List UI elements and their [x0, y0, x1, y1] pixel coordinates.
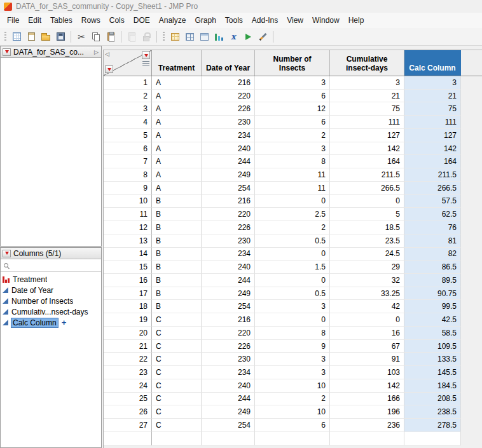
graph-bars-icon[interactable] [212, 30, 226, 44]
column-header-ins[interactable]: Number ofInsects [255, 50, 330, 76]
cell-treatment[interactable]: C [152, 419, 202, 432]
cell-calc-column[interactable]: 21 [404, 90, 461, 103]
cell-date-of-year[interactable]: 240 [202, 142, 255, 156]
formula-column-icon[interactable]: x [226, 30, 240, 44]
row-number[interactable]: 17 [104, 287, 152, 301]
cell-calc-column[interactable]: 89.5 [404, 274, 461, 287]
row-number[interactable]: 9 [104, 182, 152, 195]
cell-number-of-insects[interactable]: 0 [255, 313, 330, 327]
row-number[interactable]: 23 [104, 366, 152, 379]
cell-calc-column[interactable]: 58.5 [404, 327, 461, 340]
cell-date-of-year[interactable]: 244 [202, 274, 255, 287]
title-bar[interactable]: DATA_for_SAS_community - Copy_Sheet1 - J… [0, 0, 482, 13]
cell-calc-column[interactable]: 82 [404, 248, 461, 261]
menu-analyze[interactable]: Analyze [155, 13, 191, 27]
cell-date-of-year[interactable]: 226 [202, 340, 255, 353]
cell-treatment[interactable]: C [152, 405, 202, 419]
table-menu-button[interactable] [3, 48, 11, 56]
toolbar-grip[interactable] [163, 32, 165, 42]
cell-treatment[interactable]: A [152, 168, 202, 182]
cell-calc-column[interactable]: 184.5 [404, 379, 461, 393]
cell-date-of-year[interactable]: 254 [202, 182, 255, 195]
cell-treatment[interactable]: C [152, 327, 202, 340]
menu-view[interactable]: View [282, 13, 308, 27]
cell-number-of-insects[interactable]: 2.5 [255, 208, 330, 221]
cell-date-of-year[interactable]: 240 [202, 261, 255, 274]
cell-number-of-insects[interactable]: 0 [255, 248, 330, 261]
cell-date-of-year[interactable]: 230 [202, 234, 255, 248]
columns-list-item[interactable]: Treatment [1, 274, 101, 285]
menu-doe[interactable]: DOE [129, 13, 155, 27]
cell-treatment[interactable]: C [152, 313, 202, 327]
row-number[interactable]: 10 [104, 195, 152, 208]
cell-treatment[interactable]: B [152, 300, 202, 313]
menu-window[interactable]: Window [308, 13, 344, 27]
cell-cumulative-insect-days[interactable]: 67 [330, 340, 404, 353]
row-number[interactable]: 24 [104, 379, 152, 393]
cell-calc-column[interactable]: 3 [404, 76, 461, 90]
columns-search-input[interactable] [11, 261, 102, 271]
column-header-treat[interactable]: Treatment [152, 50, 202, 76]
cell-treatment[interactable]: B [152, 221, 202, 234]
cell-date-of-year[interactable]: 220 [202, 327, 255, 340]
cell-cumulative-insect-days[interactable]: 166 [330, 393, 404, 406]
cell-date-of-year[interactable]: 234 [202, 129, 255, 142]
row-number[interactable]: 12 [104, 221, 152, 234]
row-number[interactable]: 25 [104, 393, 152, 406]
cell-calc-column[interactable]: 99.5 [404, 300, 461, 313]
cell-calc-column[interactable]: 133.5 [404, 353, 461, 366]
cell-calc-column[interactable]: 278.5 [404, 419, 461, 432]
cell-treatment[interactable]: C [152, 366, 202, 379]
row-number[interactable]: 3 [104, 102, 152, 116]
columns-list-item[interactable]: Number of Insects [1, 295, 101, 306]
cell-treatment[interactable]: B [152, 234, 202, 248]
row-number[interactable]: 2 [104, 90, 152, 103]
cell-date-of-year[interactable]: 220 [202, 90, 255, 103]
cell-treatment[interactable]: B [152, 274, 202, 287]
cell-date-of-year[interactable]: 230 [202, 116, 255, 129]
collapse-panel-icon[interactable]: ◁ [105, 51, 109, 57]
cell-treatment[interactable]: C [152, 353, 202, 366]
cell-cumulative-insect-days[interactable]: 142 [330, 142, 404, 156]
window-split-icon[interactable] [197, 30, 211, 44]
cell-cumulative-insect-days[interactable]: 18.5 [330, 221, 404, 234]
cell-cumulative-insect-days[interactable]: 111 [330, 116, 404, 129]
cell-cumulative-insect-days[interactable]: 21 [330, 90, 404, 103]
row-number[interactable]: 11 [104, 208, 152, 221]
cell-treatment[interactable]: A [152, 129, 202, 142]
menu-graph[interactable]: Graph [190, 13, 220, 27]
cell-number-of-insects[interactable]: 0.5 [255, 287, 330, 301]
cell-cumulative-insect-days[interactable]: 127 [330, 129, 404, 142]
save-icon[interactable] [53, 30, 67, 44]
open-icon[interactable] [39, 30, 53, 44]
cell-date-of-year[interactable]: 244 [202, 155, 255, 168]
run-script-icon[interactable] [241, 30, 255, 44]
cell-treatment[interactable]: A [152, 182, 202, 195]
row-number[interactable]: 27 [104, 419, 152, 432]
columns-list-item[interactable]: Calc Column+ [1, 317, 101, 328]
row-number[interactable]: 22 [104, 353, 152, 366]
cell-calc-column[interactable]: 111 [404, 116, 461, 129]
cell-calc-column[interactable]: 145.5 [404, 366, 461, 379]
cell-treatment[interactable]: A [152, 102, 202, 116]
cell-cumulative-insect-days[interactable]: 0 [330, 313, 404, 327]
cell-calc-column[interactable]: 238.5 [404, 405, 461, 419]
cell-number-of-insects[interactable]: 9 [255, 340, 330, 353]
cell-number-of-insects[interactable]: 1.5 [255, 261, 330, 274]
cell-date-of-year[interactable]: 234 [202, 248, 255, 261]
annotate-icon[interactable] [256, 30, 270, 44]
cell-number-of-insects[interactable]: 0.5 [255, 234, 330, 248]
expand-panel-icon[interactable]: ▷ [94, 49, 99, 55]
cell-number-of-insects[interactable]: 0 [255, 274, 330, 287]
menu-tables[interactable]: Tables [46, 13, 77, 27]
cell-cumulative-insect-days[interactable]: 196 [330, 405, 404, 419]
cell-calc-column[interactable]: 57.5 [404, 195, 461, 208]
cell-calc-column[interactable]: 266.5 [404, 182, 461, 195]
cell-cumulative-insect-days[interactable]: 164 [330, 155, 404, 168]
row-number[interactable]: 21 [104, 340, 152, 353]
cell-treatment[interactable]: B [152, 208, 202, 221]
cell-date-of-year[interactable]: 244 [202, 393, 255, 406]
cell-number-of-insects[interactable]: 12 [255, 102, 330, 116]
cell-date-of-year[interactable]: 234 [202, 366, 255, 379]
cell-number-of-insects[interactable]: 11 [255, 182, 330, 195]
